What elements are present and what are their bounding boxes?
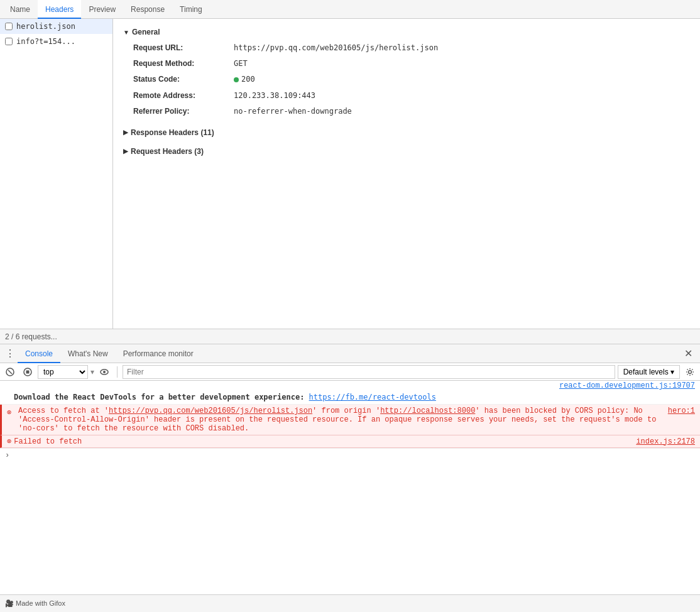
triangle-response-icon: ▶ <box>123 129 128 136</box>
svg-point-5 <box>103 371 106 373</box>
stop-icon <box>23 368 32 376</box>
remote-address-key: Remote Address: <box>133 90 234 102</box>
react-devtools-text: Download the React DevTools for a better… <box>14 391 695 403</box>
tab-timing[interactable]: Timing <box>172 0 210 19</box>
cors-error-source[interactable]: hero:1 <box>668 407 695 415</box>
console-panel: ⋮ Console What's New Performance monitor… <box>0 344 700 612</box>
general-title: General <box>132 28 160 36</box>
triangle-icon: ▼ <box>123 29 129 36</box>
stop-button[interactable] <box>20 364 35 380</box>
file-item-herolist[interactable]: herolist.json <box>0 19 112 34</box>
react-devtools-line: Download the React DevTools for a better… <box>0 390 700 405</box>
network-content: herolist.json info?t=154... ▼ General Re… <box>0 19 700 329</box>
react-source-link[interactable]: react-dom.development.js:19707 <box>559 381 695 390</box>
file-name-info: info?t=154... <box>16 37 75 46</box>
levels-button[interactable]: Default levels ▾ <box>618 365 680 379</box>
request-method-key: Request Method: <box>133 58 234 70</box>
general-section: ▼ General Request URL: https://pvp.qq.co… <box>123 24 690 119</box>
context-select[interactable]: top <box>38 365 88 379</box>
request-url-value: https://pvp.qq.com/web201605/js/herolist… <box>234 42 438 54</box>
request-headers-section: ▶ Request Headers (3) <box>123 143 690 160</box>
react-source-line: react-dom.development.js:19707 <box>0 381 700 390</box>
response-headers-title: Response Headers (11) <box>131 128 214 137</box>
referrer-policy-row: Referrer Policy: no-referrer-when-downgr… <box>123 104 690 119</box>
console-input-line: › <box>0 448 700 462</box>
status-bar: 2 / 6 requests... <box>0 329 700 344</box>
response-headers-section: ▶ Response Headers (11) <box>123 124 690 141</box>
error-text-start: Access to fetch at 'https://pvp.qq.com/w… <box>18 407 663 433</box>
requests-count: 2 / 6 requests... <box>5 332 57 341</box>
console-prompt-icon: › <box>5 451 9 460</box>
tab-name[interactable]: Name <box>3 0 38 19</box>
tab-console[interactable]: Console <box>18 344 60 363</box>
cors-url-link[interactable]: https://pvp.qq.com/web201605/js/herolist… <box>109 407 312 415</box>
gear-icon <box>686 368 694 376</box>
tab-whats-new[interactable]: What's New <box>60 344 116 363</box>
request-url-row: Request URL: https://pvp.qq.com/web20160… <box>123 40 690 56</box>
gifox-bar: 🎥 Made with Gifox <box>0 594 700 612</box>
bottom-tab-bar: ⋮ Console What's New Performance monitor… <box>0 344 700 363</box>
headers-panel: ▼ General Request URL: https://pvp.qq.co… <box>113 19 700 329</box>
clear-icon <box>6 368 14 376</box>
file-name-herolist: herolist.json <box>16 22 75 31</box>
general-section-header[interactable]: ▼ General <box>123 24 690 40</box>
error-header-row: Access to fetch at 'https://pvp.qq.com/w… <box>18 407 695 433</box>
react-devtools-link[interactable]: https://fb.me/react-devtools <box>309 393 436 402</box>
localhost-link[interactable]: http://localhost:8000 <box>380 407 475 415</box>
network-tab-bar: Name Headers Preview Response Timing <box>0 0 700 19</box>
error-icon-col: ⊗ <box>7 408 18 417</box>
console-toolbar: top ▾ Default levels ▾ <box>0 363 700 381</box>
failed-fetch-line: ⊗ Failed to fetch index.js:2178 <box>0 435 700 448</box>
file-checkbox-info[interactable] <box>5 38 13 45</box>
eye-icon <box>100 368 109 376</box>
tab-response[interactable]: Response <box>123 0 172 19</box>
svg-rect-3 <box>26 370 30 373</box>
menu-icon[interactable]: ⋮ <box>3 346 18 361</box>
triangle-request-icon: ▶ <box>123 148 128 155</box>
failed-error-icon: ⊗ <box>7 437 11 446</box>
failed-source-link[interactable]: index.js:2178 <box>636 437 695 446</box>
request-method-row: Request Method: GET <box>123 56 690 72</box>
file-checkbox-herolist[interactable] <box>5 23 13 30</box>
referrer-policy-value: no-referrer-when-downgrade <box>234 106 352 117</box>
remote-address-value: 120.233.38.109:443 <box>234 90 315 102</box>
svg-line-1 <box>8 370 12 374</box>
tab-preview[interactable]: Preview <box>81 0 123 19</box>
request-headers-header[interactable]: ▶ Request Headers (3) <box>123 143 690 160</box>
tab-performance-monitor[interactable]: Performance monitor <box>116 344 201 363</box>
tab-headers[interactable]: Headers <box>38 0 81 19</box>
referrer-policy-key: Referrer Policy: <box>133 106 234 117</box>
gifox-label: 🎥 Made with Gifox <box>5 599 65 608</box>
settings-button[interactable] <box>682 364 697 380</box>
context-arrow: ▾ <box>90 368 94 376</box>
failed-fetch-text: Failed to fetch <box>14 437 636 446</box>
status-dot-icon <box>234 77 239 82</box>
clear-console-button[interactable] <box>3 364 18 380</box>
close-panel-button[interactable]: ✕ <box>679 347 697 359</box>
remote-address-row: Remote Address: 120.233.38.109:443 <box>123 88 690 104</box>
error-block-inner: Access to fetch at 'https://pvp.qq.com/w… <box>18 407 695 433</box>
status-code-row: Status Code: 200 <box>123 72 690 87</box>
error-circle-icon: ⊗ <box>7 408 11 417</box>
cors-error-block: ⊗ Access to fetch at 'https://pvp.qq.com… <box>0 405 700 435</box>
filter-input[interactable] <box>123 365 615 379</box>
eye-button[interactable] <box>97 364 112 380</box>
react-devtools-bold: Download the React DevTools for a better… <box>14 393 309 402</box>
request-headers-title: Request Headers (3) <box>131 147 204 156</box>
file-list: herolist.json info?t=154... <box>0 19 113 329</box>
svg-point-6 <box>689 370 692 373</box>
toolbar-divider <box>117 366 118 378</box>
network-panel: Name Headers Preview Response Timing her… <box>0 0 700 344</box>
console-output: react-dom.development.js:19707 Download … <box>0 381 700 594</box>
request-method-value: GET <box>234 58 248 70</box>
file-item-info[interactable]: info?t=154... <box>0 34 112 49</box>
status-code-value: 200 <box>234 74 255 85</box>
response-headers-header[interactable]: ▶ Response Headers (11) <box>123 124 690 141</box>
status-code-key: Status Code: <box>133 74 234 85</box>
request-url-key: Request URL: <box>133 42 234 54</box>
